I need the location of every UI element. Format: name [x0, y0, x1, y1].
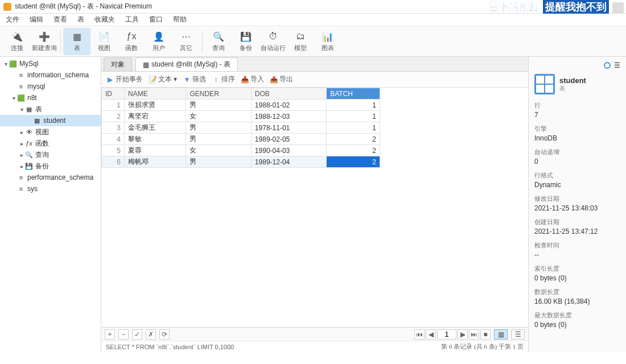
refresh-info-icon[interactable] — [604, 62, 611, 69]
cell-id[interactable]: 1 — [102, 100, 125, 111]
cell-name[interactable]: 张损求贤 — [125, 100, 186, 111]
cell-dob[interactable]: 1989-02-05 — [251, 134, 326, 145]
col-BATCH[interactable]: BATCH — [327, 88, 380, 100]
tool-连接[interactable]: 🔌连接 — [3, 28, 31, 55]
action-导出[interactable]: 📤导出 — [270, 75, 293, 84]
user-icon[interactable] — [612, 2, 624, 14]
cell-gender[interactable]: 男 — [186, 100, 251, 111]
tree-备份[interactable]: ▸💾备份 — [0, 160, 101, 172]
cell-name[interactable]: 离坚宕 — [125, 111, 186, 122]
menu-文件[interactable]: 文件 — [6, 15, 19, 24]
menu-窗口[interactable]: 窗口 — [149, 15, 163, 24]
grid-view-button[interactable]: ▦ — [494, 329, 508, 340]
tool-函数[interactable]: ƒx函数 — [118, 28, 145, 55]
action-排序[interactable]: ↕排序 — [212, 75, 235, 84]
first-page-button[interactable]: ⏮ — [414, 329, 425, 340]
cell-batch[interactable]: 1 — [327, 122, 380, 134]
cell-gender[interactable]: 男 — [186, 122, 251, 134]
cell-batch[interactable]: 2 — [327, 145, 380, 156]
tree-information_schema[interactable]: ≡information_schema — [0, 69, 101, 81]
cell-dob[interactable]: 1988-12-03 — [251, 111, 326, 122]
cell-dob[interactable]: 1988-01-02 — [251, 100, 326, 111]
col-ID[interactable]: ID — [102, 88, 125, 100]
tool-用户[interactable]: 👤用户 — [145, 28, 172, 55]
cell-dob[interactable]: 1978-11-01 — [251, 122, 326, 134]
cell-batch[interactable]: 1 — [327, 111, 380, 122]
tool-新建查询[interactable]: ➕新建查询 — [31, 28, 58, 55]
tool-自动运行[interactable]: ⏱自动运行 — [260, 28, 287, 55]
menu-帮助[interactable]: 帮助 — [173, 15, 187, 24]
table-row[interactable]: 3金毛狮王男1978-11-011 — [102, 122, 380, 134]
stop-button[interactable]: ■ — [480, 329, 491, 340]
twisty-icon[interactable]: ▾ — [2, 61, 9, 67]
tree-mysql[interactable]: ≡mysql — [0, 81, 101, 92]
tool-图表[interactable]: 📊图表 — [314, 28, 341, 55]
col-DOB[interactable]: DOB — [251, 88, 326, 100]
tree-函数[interactable]: ▸ƒx函数 — [0, 138, 101, 149]
tree-sys[interactable]: ≡sys — [0, 183, 101, 195]
menu-查看[interactable]: 查看 — [53, 15, 67, 24]
tree-n8t[interactable]: ▾🟩n8t — [0, 92, 101, 104]
cell-dob[interactable]: 1990-04-03 — [251, 145, 326, 156]
data-grid[interactable]: IDNAMEGENDERDOBBATCH1张损求贤男1988-01-0212离坚… — [101, 88, 528, 327]
tree-MySql[interactable]: ▾🟩MySql — [0, 58, 101, 69]
table-row[interactable]: 4黎敏男1989-02-052 — [102, 134, 380, 145]
cell-gender[interactable]: 男 — [186, 134, 251, 145]
cell-name[interactable]: 夏蓉 — [125, 145, 186, 156]
cell-name[interactable]: 梅帆邓 — [125, 156, 186, 168]
cell-batch[interactable]: 2 — [327, 134, 380, 145]
tree-表[interactable]: ▾▦表 — [0, 104, 101, 115]
cell-name[interactable]: 黎敏 — [125, 134, 186, 145]
cell-name[interactable]: 金毛狮王 — [125, 122, 186, 134]
cell-id[interactable]: 4 — [102, 134, 125, 145]
twisty-icon[interactable]: ▸ — [18, 152, 25, 158]
table-row[interactable]: 6梅帆邓男1989-12-042 — [102, 156, 380, 168]
twisty-icon[interactable]: ▸ — [18, 140, 25, 147]
cell-id[interactable]: 5 — [102, 145, 125, 156]
prev-page-button[interactable]: ◀ — [426, 329, 436, 340]
twisty-icon[interactable]: ▸ — [18, 129, 25, 135]
form-view-button[interactable]: ☰ — [511, 329, 525, 340]
twisty-icon[interactable]: ▾ — [10, 95, 17, 101]
cell-gender[interactable]: 女 — [186, 145, 251, 156]
page-input[interactable] — [437, 329, 456, 340]
tool-模型[interactable]: 🗂模型 — [287, 28, 314, 55]
col-NAME[interactable]: NAME — [125, 88, 186, 100]
delete-row-button[interactable]: − — [118, 329, 129, 340]
apply-button[interactable]: ✓ — [132, 329, 142, 340]
table-row[interactable]: 5夏蓉女1990-04-032 — [102, 145, 380, 156]
menu-表[interactable]: 表 — [77, 15, 84, 24]
tool-视图[interactable]: 📄视图 — [90, 28, 118, 55]
cancel-button[interactable]: ✗ — [146, 329, 156, 340]
cell-id[interactable]: 3 — [102, 122, 125, 134]
tool-其它[interactable]: ⋯其它 — [172, 28, 200, 55]
cell-gender[interactable]: 女 — [186, 111, 251, 122]
action-开始事务[interactable]: ▶开始事务 — [106, 75, 143, 84]
action-导入[interactable]: 📥导入 — [241, 75, 264, 84]
cell-gender[interactable]: 男 — [186, 156, 251, 168]
menu-收藏夹[interactable]: 收藏夹 — [94, 15, 115, 24]
cell-batch[interactable]: 2 — [327, 156, 380, 168]
tree-视图[interactable]: ▸👁视图 — [0, 126, 101, 138]
cell-id[interactable]: 6 — [102, 156, 125, 168]
cell-batch[interactable]: 1 — [327, 100, 380, 111]
refresh-button[interactable]: ⟳ — [159, 329, 170, 340]
twisty-icon[interactable]: ▸ — [18, 163, 25, 169]
twisty-icon[interactable]: ▾ — [18, 106, 25, 113]
menu-编辑[interactable]: 编辑 — [30, 15, 43, 24]
tool-表[interactable]: ▦表 — [63, 28, 90, 55]
col-GENDER[interactable]: GENDER — [186, 88, 251, 100]
menu-工具[interactable]: 工具 — [125, 15, 139, 24]
action-文本 ▾[interactable]: 📝文本 ▾ — [149, 75, 177, 84]
next-page-button[interactable]: ▶ — [458, 329, 468, 340]
table-row[interactable]: 1张损求贤男1988-01-021 — [102, 100, 380, 111]
tab[interactable]: 对象 — [104, 57, 132, 71]
tab[interactable]: ▦student @n8t (MySql) - 表 — [135, 57, 238, 71]
info-menu-icon[interactable]: ☰ — [614, 61, 620, 69]
tree-performance_schema[interactable]: ≡performance_schema — [0, 172, 101, 183]
tree-student[interactable]: ▦student — [0, 115, 101, 126]
tool-备份[interactable]: 💾备份 — [232, 28, 260, 55]
cell-dob[interactable]: 1989-12-04 — [251, 156, 326, 168]
action-筛选[interactable]: ▼筛选 — [183, 75, 206, 84]
cell-id[interactable]: 2 — [102, 111, 125, 122]
